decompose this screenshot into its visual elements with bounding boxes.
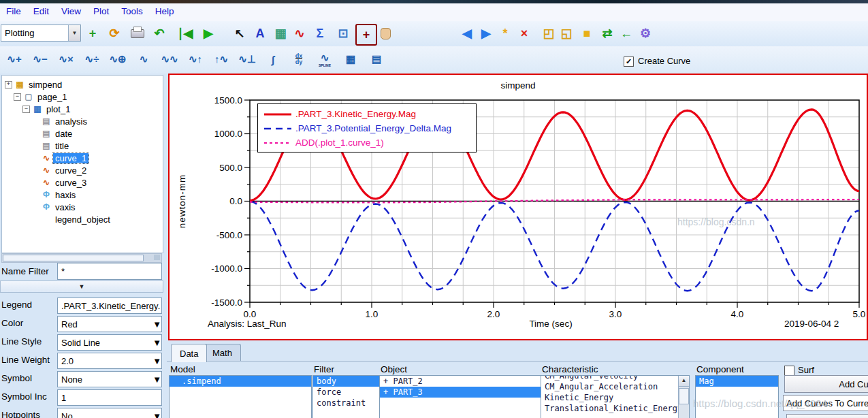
symbol-inc-input[interactable]: 1 bbox=[57, 389, 162, 406]
surf-checkbox[interactable] bbox=[784, 365, 794, 376]
object-list[interactable]: + PART_2+ PART_3 bbox=[379, 375, 541, 418]
color-select[interactable]: Red▼ bbox=[57, 316, 162, 332]
fft-plot-icon[interactable]: ▦ bbox=[339, 49, 362, 69]
collapse-splitter[interactable]: ▼ bbox=[0, 280, 163, 293]
chevron-down-icon[interactable]: ▼ bbox=[152, 411, 161, 418]
derivative-dxdy-icon[interactable]: dxdy bbox=[287, 49, 310, 69]
chevron-down-icon[interactable]: ▼ bbox=[152, 319, 161, 329]
scrollbar-thumb[interactable] bbox=[3, 255, 144, 261]
model-list[interactable]: .simpend bbox=[169, 375, 312, 418]
refresh-icon[interactable]: ⟳ bbox=[105, 24, 124, 43]
symbol-select[interactable]: None▼ bbox=[57, 371, 162, 387]
clipped-button[interactable] bbox=[786, 414, 868, 418]
list-item[interactable]: CM_Angular_Acceleration bbox=[541, 381, 679, 392]
print-icon[interactable] bbox=[128, 24, 147, 43]
legend-input[interactable]: .PART_3.Kinetic_Energy. bbox=[57, 298, 162, 314]
curve-tool-icon[interactable]: ∿ bbox=[290, 24, 309, 43]
import-icon[interactable]: ← bbox=[617, 24, 636, 43]
scrollbar-nub[interactable] bbox=[154, 255, 160, 260]
delete-page-icon[interactable]: × bbox=[515, 24, 534, 43]
add-curve-button[interactable]: Add Curve bbox=[784, 375, 868, 393]
tree-item-analysis[interactable]: ▤analysis bbox=[31, 115, 89, 127]
component-list[interactable]: Mag bbox=[695, 375, 779, 418]
scroll-up-icon[interactable]: ▲ bbox=[679, 376, 689, 387]
hotpoints-select[interactable]: No▼ bbox=[57, 408, 162, 418]
tree-expander-icon[interactable]: − bbox=[22, 106, 30, 113]
filter-list[interactable]: bodyforceconstraint bbox=[312, 375, 380, 418]
curve-derivative-icon[interactable]: ∿ bbox=[132, 49, 155, 69]
curve-shift-icon[interactable]: ↑∿ bbox=[210, 49, 233, 69]
settings-gear-icon[interactable]: ⚙ bbox=[636, 24, 655, 43]
tree-item-haxis[interactable]: Φhaxis bbox=[31, 189, 78, 201]
chevron-down-icon[interactable]: ▼ bbox=[152, 338, 161, 348]
list-item[interactable]: constraint bbox=[313, 398, 379, 408]
play-icon[interactable]: ▶ bbox=[199, 24, 218, 43]
integral-icon[interactable]: ∫ bbox=[261, 49, 285, 69]
list-item[interactable]: + PART_2 bbox=[380, 376, 541, 387]
curve-add-icon[interactable]: ∿+ bbox=[3, 49, 26, 69]
menu-edit[interactable]: Edit bbox=[27, 3, 55, 16]
pan-icon[interactable]: + bbox=[355, 24, 377, 46]
list-item[interactable]: body bbox=[313, 376, 379, 387]
list-item[interactable]: .simpend bbox=[170, 376, 311, 387]
skip-to-start-icon[interactable]: ∣◀ bbox=[176, 24, 195, 43]
tab-data[interactable]: Data bbox=[171, 344, 207, 362]
plot-limits-icon[interactable]: ▦ bbox=[271, 24, 290, 43]
name-filter-input[interactable]: * bbox=[57, 263, 162, 280]
curve-offset-up-icon[interactable]: ∿↑ bbox=[184, 49, 207, 69]
chevron-down-icon[interactable]: ▼ bbox=[152, 356, 161, 366]
tab-math[interactable]: Math bbox=[204, 344, 241, 361]
text-tool-icon[interactable]: A bbox=[251, 24, 270, 43]
menu-view[interactable]: View bbox=[55, 3, 87, 16]
create-curve-checkbox[interactable]: ✓ bbox=[624, 56, 634, 67]
spline-icon[interactable]: ∿SPLINE bbox=[313, 49, 336, 69]
tree-expander-icon[interactable]: − bbox=[14, 93, 21, 101]
menu-plot[interactable]: Plot bbox=[87, 3, 115, 16]
chevron-down-icon[interactable]: ▼ bbox=[152, 374, 161, 385]
curve-multiply-icon[interactable]: ∿× bbox=[54, 49, 78, 69]
list-item[interactable]: Kinetic_Energy bbox=[541, 392, 679, 403]
page-fill-icon[interactable]: ■ bbox=[577, 24, 596, 43]
pointer-icon[interactable]: ↖ bbox=[230, 24, 249, 43]
tree-horizontal-scrollbar[interactable] bbox=[1, 253, 162, 263]
new-sheet-icon[interactable]: * bbox=[496, 24, 515, 43]
tree-item-plot_1[interactable]: −▦plot_1 bbox=[22, 103, 72, 115]
tree-item-curve_1[interactable]: ∿curve_1 bbox=[31, 152, 89, 164]
plot-area[interactable]: 0.01.02.03.04.05.0-1500.0-1000.0-500.00.… bbox=[168, 74, 868, 340]
undo-icon[interactable]: ↶ bbox=[150, 24, 169, 43]
list-item[interactable]: CM_Angular_Velocity bbox=[541, 375, 679, 381]
chevron-down-icon[interactable]: ▼ bbox=[68, 25, 80, 41]
zoom-select-icon[interactable]: ⊡ bbox=[334, 24, 353, 43]
list-item[interactable]: force bbox=[313, 387, 379, 398]
menu-tools[interactable]: Tools bbox=[115, 3, 149, 16]
hand-icon[interactable] bbox=[376, 24, 395, 43]
next-page-icon[interactable]: ▶ bbox=[477, 24, 496, 43]
sum-icon[interactable]: Σ bbox=[310, 24, 329, 43]
curve-normalize-icon[interactable]: ∿⊥ bbox=[236, 49, 259, 69]
tree-item-legend_object[interactable]: legend_object bbox=[31, 213, 112, 225]
mode-select[interactable]: Plotting ▼ bbox=[1, 25, 81, 42]
filter-comb-icon[interactable]: ▤ bbox=[365, 49, 388, 69]
curve-wave-icon[interactable]: ∿∿ bbox=[158, 49, 181, 69]
prev-page-icon[interactable]: ◀ bbox=[457, 24, 477, 43]
curve-divide-icon[interactable]: ∿÷ bbox=[80, 49, 103, 69]
menu-help[interactable]: Help bbox=[149, 3, 180, 16]
list-item[interactable]: Mag bbox=[696, 376, 778, 387]
curve-subtract-icon[interactable]: ∿− bbox=[29, 49, 52, 69]
list-item[interactable]: Translational_Kinetic_Energy bbox=[541, 403, 679, 414]
tree-item-page_1[interactable]: −▢page_1 bbox=[14, 91, 69, 103]
line-weight-select[interactable]: 2.0▼ bbox=[57, 353, 162, 369]
new-page-icon[interactable]: + bbox=[83, 24, 102, 43]
tree-item-vaxis[interactable]: Φvaxis bbox=[31, 201, 78, 213]
layout-bottom-icon[interactable]: ◱ bbox=[557, 24, 576, 43]
tree-item-curve_2[interactable]: ∿curve_2 bbox=[31, 164, 89, 176]
tree-item-curve_3[interactable]: ∿curve_3 bbox=[31, 176, 89, 189]
tree-expander-icon[interactable]: + bbox=[5, 81, 12, 89]
list-item[interactable]: + PART_3 bbox=[380, 387, 541, 398]
layout-left-icon[interactable]: ◰ bbox=[539, 24, 558, 43]
add-curves-to-current-button[interactable]: Add Curves To Curren bbox=[783, 395, 868, 411]
swap-pages-icon[interactable]: ⇄ bbox=[598, 24, 617, 43]
menu-file[interactable]: File bbox=[0, 3, 27, 16]
vertical-scrollbar[interactable]: ▲ bbox=[678, 376, 689, 418]
tree-item-simpend[interactable]: +▦simpend bbox=[5, 78, 64, 91]
